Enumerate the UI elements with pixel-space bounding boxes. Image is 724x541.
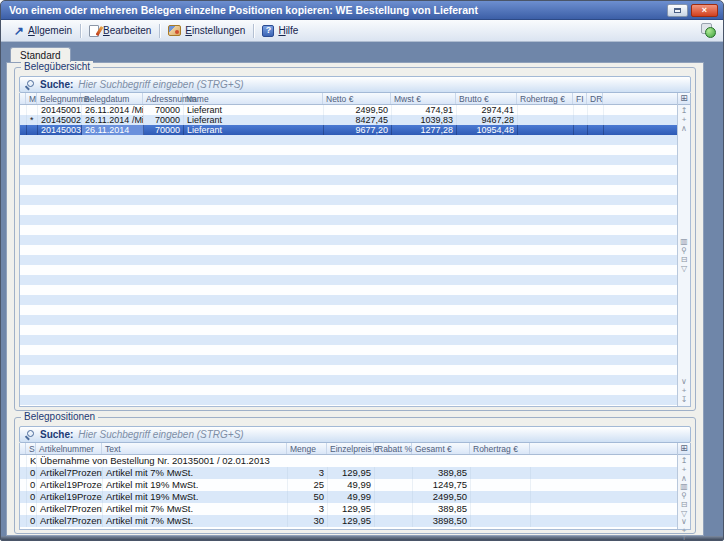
table-row[interactable]: KÜbernahme von Bestellung Nr. 20135001 /… [20, 455, 677, 467]
cell-fill[interactable] [531, 491, 677, 503]
insert-icon[interactable]: + [682, 527, 687, 535]
cell-s[interactable]: 0 [27, 479, 37, 491]
cell-ind[interactable] [20, 455, 27, 467]
column-header-artikelnummer[interactable]: Artikelnummer [36, 443, 102, 454]
cell-adressnummer[interactable]: 70000 [144, 105, 184, 115]
cell-belegnummer[interactable]: 20145002 [38, 115, 82, 125]
table-row[interactable]: 2014500326.11.201470000Lieferant9677,201… [20, 125, 677, 135]
cell-rohertrag[interactable] [471, 515, 531, 527]
cell-menge[interactable]: 30 [288, 515, 328, 527]
go-next-icon[interactable]: ∨ [681, 518, 687, 526]
cell-rabatt[interactable] [375, 467, 413, 479]
cell-rohertrag[interactable] [518, 105, 574, 115]
tab-standard[interactable]: Standard [10, 47, 71, 62]
close-button[interactable]: × [691, 4, 718, 17]
cell-fill[interactable] [531, 479, 677, 491]
cell-einzelpreis[interactable]: 49,99 [328, 479, 375, 491]
cell-netto[interactable]: 8427,45 [324, 115, 392, 125]
column-header-brutto[interactable]: Brutto € [456, 93, 517, 104]
calc-icon[interactable]: ⊟ [681, 256, 688, 264]
go-last-icon[interactable]: ↧ [681, 536, 688, 541]
cell-fi[interactable] [574, 125, 588, 135]
cell-artikelnummer[interactable]: Artikel19Prozent [37, 491, 103, 503]
cell-artikelnummer[interactable]: Artikel7Prozent [37, 515, 103, 527]
cell-dr[interactable] [588, 115, 604, 125]
cell-rohertrag[interactable] [471, 467, 531, 479]
go-prev-icon[interactable]: ∧ [681, 125, 687, 133]
cell-menge[interactable]: 50 [288, 491, 328, 503]
columns-icon[interactable]: ▥ [680, 483, 688, 491]
table-row[interactable]: 0Artikel7ProzentArtikel mit 7% MwSt.3012… [20, 515, 677, 527]
cell-text[interactable]: Artikel mit 7% MwSt. [103, 515, 288, 527]
cell-mwst[interactable]: 474,91 [392, 105, 457, 115]
cell-brutto[interactable]: 9467,28 [457, 115, 518, 125]
cell-m[interactable]: * [27, 115, 38, 125]
cell-name[interactable]: Lieferant [184, 125, 324, 135]
cell-fi[interactable] [574, 115, 588, 125]
go-next-icon[interactable]: ∨ [681, 378, 687, 386]
menu-item-einstellungen[interactable]: Einstellungen [161, 23, 252, 38]
cell-einzelpreis[interactable]: 129,95 [328, 515, 375, 527]
cell-belegnummer[interactable]: 20145001 [38, 105, 82, 115]
cell-gesamt[interactable]: 389,85 [413, 467, 471, 479]
search-input-belegubersicht[interactable]: Suche: Hier Suchbegriff eingeben (STRG+S… [19, 76, 691, 93]
table-row[interactable]: *2014500226.11.2014 /Mi70000Lieferant842… [20, 115, 677, 125]
go-first-icon[interactable]: ↥ [681, 107, 688, 115]
cell-m[interactable] [27, 105, 38, 115]
menu-item-allgemein[interactable]: ↗Allgemein [7, 23, 79, 38]
table-row[interactable]: 2014500126.11.2014 /Mi70000Lieferant2499… [20, 105, 677, 115]
cell-rabatt[interactable] [375, 479, 413, 491]
column-header-dr[interactable]: DR [587, 93, 603, 104]
column-header-einzelpreis[interactable]: Einzelpreis € [327, 443, 374, 454]
cell-fill[interactable] [604, 105, 677, 115]
calc-icon[interactable]: ⊟ [681, 501, 688, 509]
cell-text[interactable]: Artikel mit 19% MwSt. [103, 479, 288, 491]
cell-rabatt[interactable] [375, 515, 413, 527]
cell-brutto[interactable]: 2974,41 [457, 105, 518, 115]
cell-artikelnummer[interactable]: Artikel7Prozent [37, 467, 103, 479]
table-row[interactable]: 0Artikel7ProzentArtikel mit 7% MwSt.3129… [20, 503, 677, 515]
column-header-name[interactable]: Name [183, 93, 323, 104]
cell-ind[interactable] [20, 515, 27, 527]
menu-item-bearbeiten[interactable]: Bearbeiten [82, 23, 158, 39]
cell-ind[interactable] [20, 467, 27, 479]
cell-fill[interactable] [531, 503, 677, 515]
cell-ind[interactable] [20, 479, 27, 491]
cell-fi[interactable] [574, 105, 588, 115]
column-header-belegnummer[interactable]: Belegnumme [37, 93, 81, 104]
cell-artikelnummer[interactable]: Artikel19Prozent [37, 479, 103, 491]
cell-gesamt[interactable]: 2499,50 [413, 491, 471, 503]
cell-rohertrag[interactable] [518, 115, 574, 125]
cell-rohertrag[interactable] [471, 491, 531, 503]
cell-fill[interactable] [604, 125, 677, 135]
cell-s[interactable]: 0 [27, 467, 37, 479]
seal-green-icon[interactable] [700, 23, 716, 38]
column-header-belegdatum[interactable]: Belegdatum [81, 93, 143, 104]
search-input-belegpositionen[interactable]: Suche: Hier Suchbegriff eingeben (STRG+S… [19, 426, 691, 443]
cell-belegdatum[interactable]: 26.11.2014 /Mi [82, 105, 144, 115]
cell-s[interactable]: 0 [27, 491, 37, 503]
cell-s[interactable]: 0 [27, 503, 37, 515]
go-last-icon[interactable]: ↧ [681, 396, 688, 404]
cell-rohertrag[interactable] [518, 125, 574, 135]
filter-icon[interactable]: ▽ [681, 265, 687, 273]
cell-netto[interactable]: 2499,50 [324, 105, 392, 115]
insert-icon[interactable]: + [682, 116, 687, 124]
restore-button[interactable] [667, 4, 688, 17]
column-header-rohertrag[interactable]: Rohertrag € [517, 93, 573, 104]
cell-fill[interactable] [531, 515, 677, 527]
cell-ind[interactable] [20, 115, 27, 125]
cell-rohertrag[interactable] [471, 479, 531, 491]
cell-adressnummer[interactable]: 70000 [144, 125, 184, 135]
cell-einzelpreis[interactable]: 129,95 [328, 503, 375, 515]
cell-fill[interactable] [531, 467, 677, 479]
cell-ind[interactable] [20, 503, 27, 515]
cell-belegdatum[interactable]: 26.11.2014 /Mi [82, 115, 144, 125]
column-header-gesamt[interactable]: Gesamt € [412, 443, 470, 454]
cell-gesamt[interactable]: 3898,50 [413, 515, 471, 527]
search-icon[interactable]: ⚲ [681, 247, 687, 255]
column-header-menge[interactable]: Menge [287, 443, 327, 454]
cell-name[interactable]: Lieferant [184, 105, 324, 115]
cell-gesamt[interactable]: 1249,75 [413, 479, 471, 491]
select-table-icon[interactable]: ⊞ [678, 443, 690, 455]
